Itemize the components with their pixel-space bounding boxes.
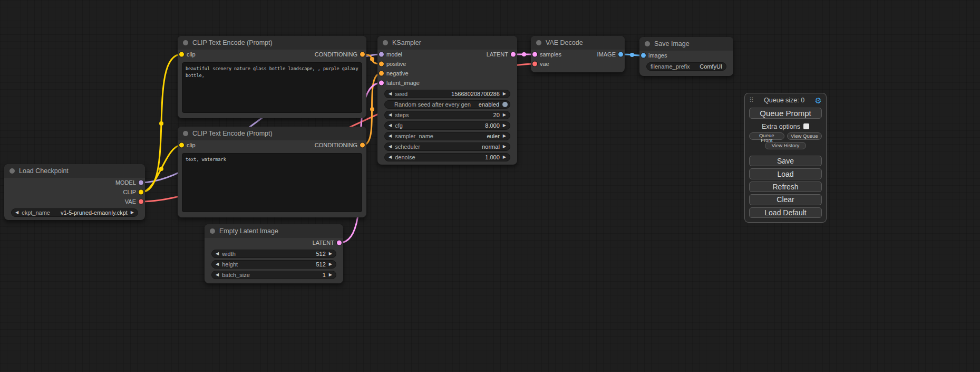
- conditioning-output-dot[interactable]: [360, 52, 365, 57]
- collapse-dot-icon[interactable]: [210, 228, 215, 234]
- clip-input-dot[interactable]: [179, 143, 184, 148]
- samples-input-dot[interactable]: [532, 52, 537, 57]
- prompt-textarea[interactable]: text, watermark: [182, 153, 362, 212]
- input-slot-positive: positive: [377, 59, 517, 69]
- model-output-dot[interactable]: [139, 180, 143, 185]
- toggle-knob-icon[interactable]: [502, 102, 508, 107]
- random-seed-toggle[interactable]: Random seed after every gen enabled: [384, 100, 510, 109]
- decrement-arrow-icon[interactable]: ◀: [216, 252, 219, 256]
- node-title-bar[interactable]: CLIP Text Encode (Prompt): [178, 127, 366, 140]
- increment-arrow-icon[interactable]: ▶: [503, 145, 506, 149]
- increment-arrow-icon[interactable]: ▶: [503, 123, 506, 128]
- node-empty-latent-image[interactable]: Empty Latent Image LATENT ◀ width 512 ▶ …: [205, 224, 343, 283]
- width-widget[interactable]: ◀ width 512 ▶: [211, 250, 336, 258]
- node-title: Empty Latent Image: [219, 227, 278, 235]
- queue-front-button[interactable]: Queue Front: [749, 132, 784, 140]
- node-title-bar[interactable]: Save Image: [639, 37, 733, 51]
- link-midpoint-dot: [159, 121, 163, 126]
- steps-widget[interactable]: ◀ steps 20 ▶: [384, 111, 510, 119]
- decrement-arrow-icon[interactable]: ◀: [389, 134, 392, 138]
- ckpt-name-widget[interactable]: ◀ ckpt_name v1-5-pruned-emaonly.ckpt ▶: [11, 208, 138, 217]
- denoise-widget[interactable]: ◀ denoise 1.000 ▶: [384, 153, 510, 161]
- latent-output-dot[interactable]: [511, 52, 516, 57]
- increment-arrow-icon[interactable]: ▶: [131, 211, 134, 215]
- increment-arrow-icon[interactable]: ▶: [503, 134, 506, 138]
- negative-input-dot[interactable]: [379, 71, 384, 76]
- slot-label: VAE: [125, 198, 136, 205]
- extra-options-row: Extra options: [749, 123, 822, 130]
- model-input-dot[interactable]: [379, 52, 384, 57]
- increment-arrow-icon[interactable]: ▶: [503, 113, 506, 117]
- decrement-arrow-icon[interactable]: ◀: [389, 113, 392, 117]
- image-output-dot[interactable]: [618, 52, 623, 57]
- decrement-arrow-icon[interactable]: ◀: [15, 211, 18, 215]
- increment-arrow-icon[interactable]: ▶: [329, 273, 332, 277]
- queue-prompt-button[interactable]: Queue Prompt: [749, 108, 822, 119]
- clip-input-dot[interactable]: [179, 52, 184, 57]
- widget-label: denoise: [395, 154, 415, 160]
- view-queue-button[interactable]: View Queue: [787, 132, 822, 140]
- decrement-arrow-icon[interactable]: ◀: [389, 123, 392, 128]
- collapse-dot-icon[interactable]: [183, 40, 188, 45]
- refresh-button[interactable]: Refresh: [749, 182, 822, 192]
- comfyui-canvas[interactable]: { "icons": { "gear": "⚙", "drag_handle":…: [0, 0, 980, 372]
- node-load-checkpoint[interactable]: Load Checkpoint MODEL CLIP VAE ◀ ckpt_na…: [4, 164, 145, 220]
- load-button[interactable]: Load: [749, 168, 822, 179]
- output-slot-clip: CLIP: [4, 187, 145, 197]
- seed-widget[interactable]: ◀ seed 156680208700286 ▶: [384, 90, 510, 98]
- scheduler-widget[interactable]: ◀ scheduler normal ▶: [384, 142, 510, 151]
- node-title-bar[interactable]: VAE Decode: [531, 36, 625, 50]
- drag-handle-icon[interactable]: ⠿: [749, 97, 754, 104]
- node-clip-text-encode-negative[interactable]: CLIP Text Encode (Prompt) clip CONDITION…: [178, 127, 366, 217]
- decrement-arrow-icon[interactable]: ◀: [389, 92, 392, 96]
- images-input-dot[interactable]: [641, 53, 646, 58]
- widget-label: width: [222, 251, 236, 257]
- increment-arrow-icon[interactable]: ▶: [503, 92, 506, 96]
- decrement-arrow-icon[interactable]: ◀: [389, 155, 392, 159]
- slot-label: images: [648, 52, 667, 59]
- clear-button[interactable]: Clear: [749, 194, 822, 205]
- node-title-bar[interactable]: Empty Latent Image: [205, 224, 343, 238]
- decrement-arrow-icon[interactable]: ◀: [216, 262, 219, 266]
- node-title-bar[interactable]: KSampler: [377, 36, 517, 50]
- collapse-dot-icon[interactable]: [536, 40, 541, 45]
- collapse-dot-icon[interactable]: [645, 41, 650, 46]
- conditioning-output-dot[interactable]: [360, 143, 365, 148]
- latent-output-dot[interactable]: [337, 241, 342, 245]
- batch-size-widget[interactable]: ◀ batch_size 1 ▶: [211, 271, 336, 279]
- filename-prefix-widget[interactable]: filename_prefix ComfyUI: [646, 62, 726, 71]
- increment-arrow-icon[interactable]: ▶: [329, 262, 332, 266]
- latent-image-input-dot[interactable]: [379, 81, 384, 85]
- height-widget[interactable]: ◀ height 512 ▶: [211, 260, 336, 269]
- vae-output-dot[interactable]: [139, 199, 143, 204]
- widget-value: 512: [316, 261, 325, 268]
- collapse-dot-icon[interactable]: [383, 40, 388, 45]
- extra-options-checkbox[interactable]: [803, 123, 809, 129]
- save-button[interactable]: Save: [749, 156, 822, 166]
- clip-output-dot[interactable]: [139, 190, 143, 195]
- positive-input-dot[interactable]: [379, 62, 384, 66]
- node-title-bar[interactable]: Load Checkpoint: [4, 164, 145, 178]
- decrement-arrow-icon[interactable]: ◀: [216, 273, 219, 277]
- node-save-image[interactable]: Save Image images filename_prefix ComfyU…: [639, 37, 733, 76]
- vae-input-dot[interactable]: [532, 62, 537, 66]
- sampler-name-widget[interactable]: ◀ sampler_name euler ▶: [384, 132, 510, 140]
- node-vae-decode[interactable]: VAE Decode samples IMAGE vae: [531, 36, 625, 72]
- collapse-dot-icon[interactable]: [9, 168, 15, 174]
- view-history-button[interactable]: View History: [765, 142, 806, 149]
- widget-value: 20: [493, 112, 500, 118]
- node-title: VAE Decode: [546, 39, 583, 46]
- decrement-arrow-icon[interactable]: ◀: [389, 145, 392, 149]
- node-clip-text-encode-positive[interactable]: CLIP Text Encode (Prompt) clip CONDITION…: [178, 36, 366, 118]
- prompt-textarea[interactable]: beautiful scenery nature glass bottle la…: [182, 62, 362, 113]
- slot-label: vae: [540, 61, 549, 67]
- collapse-dot-icon[interactable]: [183, 131, 188, 136]
- node-ksampler[interactable]: KSampler model LATENT positive negative …: [377, 36, 517, 165]
- cfg-widget[interactable]: ◀ cfg 8.000 ▶: [384, 121, 510, 130]
- increment-arrow-icon[interactable]: ▶: [503, 155, 506, 159]
- node-title-bar[interactable]: CLIP Text Encode (Prompt): [178, 36, 366, 50]
- node-title: Load Checkpoint: [19, 167, 69, 175]
- increment-arrow-icon[interactable]: ▶: [329, 252, 332, 256]
- load-default-button[interactable]: Load Default: [749, 207, 822, 218]
- settings-gear-icon[interactable]: ⚙: [815, 97, 822, 104]
